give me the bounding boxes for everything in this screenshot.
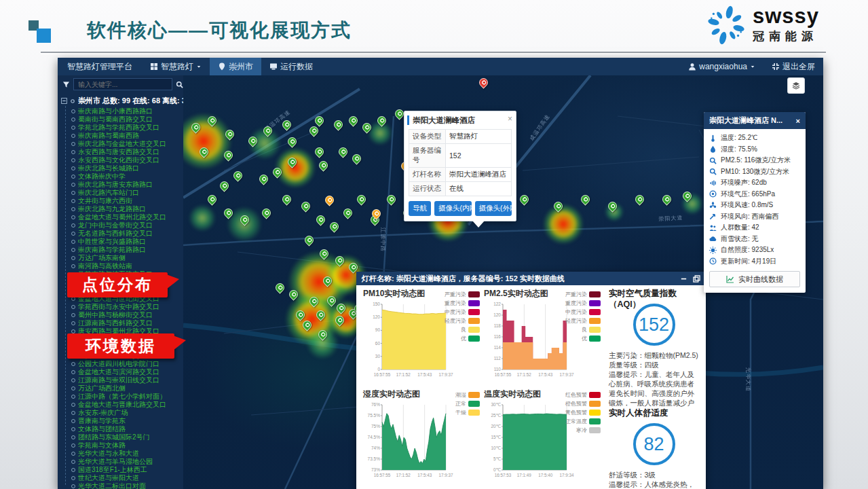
env-row-text: PM10: 130微克/立方米 <box>721 167 789 177</box>
filter-icon[interactable] <box>62 81 70 88</box>
device-icon <box>71 158 75 162</box>
monitor-icon <box>269 62 278 71</box>
device-list-item[interactable]: 万达广场西北侧 <box>71 384 183 393</box>
device-list-item[interactable]: 团结路与东城国际2号门 <box>71 433 183 441</box>
device-list-item[interactable]: 崇庆北路与唐安东路路口 <box>71 181 183 189</box>
popup-row-label: 设备类型 <box>409 130 446 144</box>
device-list-item[interactable]: 永安西路与唐安西路交叉口 <box>71 148 183 156</box>
device-list-item[interactable]: 光华大道与永和大道 <box>71 450 183 458</box>
device-list-item[interactable]: 晋康南与学苑东 <box>71 417 183 425</box>
search-icon[interactable] <box>176 81 183 88</box>
device-list-item-label: 世纪大道与崇阳大道 <box>78 474 139 482</box>
device-list-item-label: 学苑西街与永安中路交叉口 <box>78 303 159 311</box>
callout-environment-data: 环境数据 <box>67 333 174 359</box>
nav-item-smart-lamps[interactable]: 智慧路灯 <box>142 58 210 75</box>
device-list-item[interactable]: 光华大道与羊马湿地公园 <box>71 458 183 466</box>
restore-icon[interactable] <box>693 275 700 283</box>
device-icon <box>71 232 75 236</box>
camera-external-button[interactable]: 摄像头(外网) <box>475 201 512 216</box>
device-icon <box>71 476 75 480</box>
device-list-item[interactable]: 崇庆北路汽车站门口 <box>71 189 183 197</box>
device-list-item[interactable]: 公园大道四川机电学院门口 <box>71 360 183 368</box>
legend-item: 中度污染 <box>445 308 480 316</box>
svg-text:73.5%: 73.5% <box>368 456 381 461</box>
device-list-item[interactable]: 金盆地大道与晋康北路交叉口 <box>71 401 183 409</box>
device-list-item[interactable]: 蜀南街与蜀南西路交叉口 <box>71 115 183 124</box>
user-menu[interactable]: wangxiaohua <box>680 58 763 75</box>
device-popup-row: 运行状态在线 <box>409 182 512 196</box>
device-list-item[interactable]: 学苑南与文体路 <box>71 441 183 450</box>
device-list-item[interactable]: 崇庆北路与九龙路路口 <box>71 205 183 213</box>
device-list-item[interactable]: 文井街与康六西街 <box>71 197 183 205</box>
legend-swatch <box>589 427 601 433</box>
compress-icon <box>772 62 780 71</box>
map-layers-button[interactable] <box>787 77 805 94</box>
device-list-item[interactable]: 崇庆南路与小康西路路口 <box>71 107 183 115</box>
device-popup-table: 设备类型智慧路灯服务器编号152灯杆名称崇阳大道澜峰酒店运行状态在线 <box>409 129 512 196</box>
device-list-item[interactable]: 永安东-崇庆广场 <box>71 409 183 417</box>
device-list-item[interactable]: 崇庆南路与学苑路路口 <box>71 246 183 254</box>
device-list-item[interactable]: 永安西路与文化西街交叉口 <box>71 156 183 164</box>
device-list-item[interactable]: 学苑西街与永安中路交叉口 <box>71 303 183 311</box>
svg-text:74.5%: 74.5% <box>368 435 381 439</box>
legend-label: 轻度污染 <box>565 317 587 325</box>
device-list-item[interactable]: 崇庆北路与金盆地大道交叉口 <box>71 140 183 148</box>
realtime-curve-button[interactable]: 实时曲线数据 <box>709 271 800 287</box>
device-list-item[interactable]: 世纪大道与崇阳大道 <box>71 474 183 482</box>
device-list-item-label: 崇庆南路与学苑路路口 <box>78 246 146 254</box>
device-popup-buttons: 导航摄像头(内网)摄像头(外网) <box>404 196 516 221</box>
search-input[interactable] <box>73 78 172 90</box>
device-list-item[interactable]: 崇庆南路与蜀南西路 <box>71 132 183 140</box>
device-list-item[interactable]: 蜀州中路与杨柳街交叉口 <box>71 311 183 319</box>
tree-root[interactable]: 崇州市 总数: 99 在线: 68 离线: 31 <box>58 93 183 107</box>
camera-internal-button[interactable]: 摄像头(内网) <box>434 201 472 216</box>
svg-text:5℃: 5℃ <box>493 456 501 461</box>
device-list-item[interactable]: 龙门中街与金带街交叉口 <box>71 221 183 230</box>
env-row: 雨雪状态: 无 <box>709 234 800 245</box>
env-row: 自然照度: 9235Lx <box>709 244 800 256</box>
device-list-item[interactable]: 万达广场东南侧 <box>71 254 183 262</box>
device-list-item[interactable]: 文体路崇庆中学 <box>71 173 183 181</box>
device-list-item[interactable]: 崇庆北路与长城路口 <box>71 164 183 173</box>
app-navbar: 智慧路灯管理平台 智慧路灯 崇州市 运行数据 wangxiaohua <box>58 58 823 75</box>
device-list-item[interactable]: 无名道路与西斜路交叉口 <box>71 230 183 238</box>
close-icon[interactable]: × <box>508 114 512 124</box>
device-list-item-label: 永安东-崇庆广场 <box>78 409 128 417</box>
svg-text:15℃: 15℃ <box>491 435 501 439</box>
device-list-item[interactable]: 江源南路与西斜路交叉口 <box>71 319 183 327</box>
nav-item-city[interactable]: 崇州市 <box>210 58 261 75</box>
device-list-item[interactable]: 文体路与团结路 <box>71 425 183 433</box>
svg-text:60: 60 <box>375 341 381 346</box>
env-row: 环境风速: 0.8m/S <box>709 200 800 211</box>
env-row-text: PM2.5: 116微克/立方米 <box>721 156 791 165</box>
realtime-data-panel-header: 灯杆名称: 崇阳大道澜峰酒店，服务器编号: 152 实时数据曲线 <box>356 272 706 285</box>
device-list-item[interactable]: 中胜世家与兴盛路路口 <box>71 238 183 246</box>
device-list-item[interactable]: 光华大道二标出口对面 <box>71 482 183 489</box>
device-list-item[interactable]: 金盆地大道与蜀州北路交叉口 <box>71 213 183 221</box>
collapse-icon[interactable] <box>61 98 67 104</box>
close-icon[interactable]: × <box>796 117 800 125</box>
device-list-item[interactable]: 江源南路与崇双旧线交叉口 <box>71 376 183 384</box>
device-icon <box>71 264 75 268</box>
navigate-button[interactable]: 导航 <box>409 201 431 216</box>
slide: 软件核心——可视化展现方式 swssy 冠南能源 智慧路灯管理 <box>0 0 868 489</box>
device-list-item[interactable]: 江源中路（第七小学斜对面） <box>71 393 183 401</box>
brand-logo: swssy 冠南能源 <box>705 4 819 46</box>
env-row-text: 更新时间: 4月19日 <box>721 257 776 266</box>
svg-text:16:57:55: 16:57:55 <box>495 372 512 377</box>
legend-label: 正常 <box>455 400 466 408</box>
aqi-value-circle: 152 <box>633 304 675 346</box>
device-list-item[interactable]: 国道318至F1-上林西工 <box>71 466 183 474</box>
popup-row-value: 在线 <box>446 182 512 196</box>
device-list-item-label: 晋康南与学苑东 <box>78 417 126 425</box>
device-icon <box>71 460 75 464</box>
app-brand[interactable]: 智慧路灯管理平台 <box>58 61 142 73</box>
device-list-item[interactable]: 金盆地大道与滨河路交叉口 <box>71 368 183 376</box>
legend-swatch <box>589 291 601 297</box>
minimize-icon[interactable] <box>680 275 687 283</box>
legend-label: 优 <box>582 335 587 342</box>
exit-fullscreen-button[interactable]: 退出全屏 <box>763 58 823 75</box>
nav-item-running-data[interactable]: 运行数据 <box>261 58 321 75</box>
device-list-item[interactable]: 南河路与高铁站南 <box>71 262 183 270</box>
device-list-item[interactable]: 学苑北路与学苑西路交叉口 <box>71 124 183 132</box>
